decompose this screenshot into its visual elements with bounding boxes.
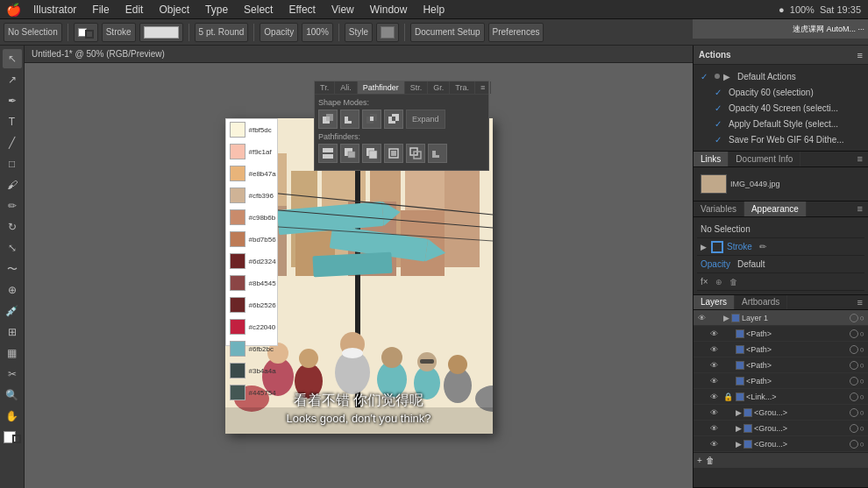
new-layer-button[interactable]: + [697,456,702,465]
mesh-tool[interactable]: ⊞ [3,322,22,342]
canvas[interactable]: #fbf5dc #f9c1af #e8b47a #cfb396 [25,63,693,488]
layer-visibility-2[interactable]: 👁 [708,343,720,356]
gradient-tool[interactable]: ▦ [3,343,22,363]
layer-item-3[interactable]: 👁 <Path> ○ [694,357,868,373]
warp-tool[interactable]: 〜 [3,259,22,279]
links-panel-menu[interactable]: ≡ [852,152,868,166]
menu-file[interactable]: File [85,2,116,18]
layer-target-5[interactable] [850,393,858,401]
menu-window[interactable]: Window [363,2,415,18]
appearance-panel-menu[interactable]: ≡ [852,202,868,216]
pf-tab-tr[interactable]: Tr. [315,81,335,94]
layer-item-4[interactable]: 👁 <Path> ○ [694,373,868,389]
select-tool[interactable]: ↖ [3,49,22,68]
layer-target-8[interactable] [850,440,858,449]
style-box[interactable] [376,23,399,42]
layer-item-5[interactable]: 👁 🔒 <Link...> ○ [694,389,868,405]
layer-item-2[interactable]: 👁 <Path> ○ [694,342,868,357]
stroke-weight[interactable]: 5 pt. Round [195,23,249,42]
swatch-8b4545[interactable] [230,275,245,291]
exclude-icon[interactable] [384,110,403,129]
action-item-4[interactable]: ✓ Save For Web GIF 64 Dithe... [697,131,864,147]
layer-lock-8[interactable] [722,438,734,450]
stroke-expand-icon[interactable]: ▶ [701,243,708,251]
pf-tab-tra[interactable]: Tra. [450,81,475,94]
document-setup-button[interactable]: Document Setup [410,23,485,42]
layer-lock-1[interactable] [722,328,734,340]
stroke-swatch[interactable] [711,241,723,253]
layer-lock-7[interactable] [722,422,734,435]
doc-info-tab[interactable]: Document Info [729,152,800,166]
layer-target-1[interactable] [850,329,858,338]
swatch-e8b47a[interactable] [230,166,245,181]
line-tool[interactable]: ╱ [3,133,22,152]
pf-panel-close[interactable]: ≡ [475,81,491,94]
apple-menu[interactable]: 🍎 [0,3,26,17]
links-tab[interactable]: Links [694,152,729,166]
menu-edit[interactable]: Edit [118,2,151,18]
layer-visibility-6[interactable]: 👁 [708,407,720,419]
appearance-tab[interactable]: Appearance [744,202,807,216]
add-effect-icon[interactable]: f× [701,277,708,286]
menu-object[interactable]: Object [152,2,196,18]
swatch-6b2526[interactable] [230,297,245,313]
scissors-tool[interactable]: ✂ [3,364,22,384]
layer-target-2[interactable] [850,345,858,354]
hand-tool[interactable]: ✋ [3,407,22,426]
layer-expand-7[interactable]: ▶ [736,424,742,433]
layer-item-8[interactable]: 👁 ▶ <Grou...> ○ [694,436,868,452]
swatch-c22040[interactable] [230,319,245,335]
layer-target-0[interactable] [850,314,858,322]
rotate-tool[interactable]: ↻ [3,217,22,237]
divide-icon[interactable] [318,144,338,163]
new-art-icon[interactable]: ⊕ [715,278,722,286]
paintbrush-tool[interactable]: 🖌 [3,175,22,194]
delete-layer-button[interactable]: 🗑 [706,456,715,465]
menu-view[interactable]: View [324,2,361,18]
trash-icon[interactable]: 🗑 [729,278,737,286]
intersect-icon[interactable] [362,110,381,129]
pf-tab-pathfinder[interactable]: Pathfinder [358,81,405,94]
action-item-1[interactable]: ✓ Opacity 60 (selection) [697,84,864,100]
swatch-fbf5dc[interactable] [230,122,245,138]
pf-tab-str[interactable]: Str. [405,81,429,94]
opacity-value[interactable]: 100% [302,23,333,42]
swatch-bd7b56[interactable] [230,231,245,247]
stroke-color-swatch[interactable] [12,435,21,443]
layer-item-6[interactable]: 👁 ▶ <Grou...> ○ [694,405,868,421]
layer-lock-4[interactable] [722,375,734,387]
scale-tool[interactable]: ⤡ [3,238,22,258]
type-tool[interactable]: T [3,112,22,131]
layer-visibility-0[interactable]: 👁 [695,312,708,324]
layer-visibility-4[interactable]: 👁 [708,375,720,387]
trim-icon[interactable] [340,144,359,163]
layer-target-4[interactable] [850,377,858,385]
swatch-3b4a4a[interactable] [230,363,245,378]
actions-panel-menu[interactable]: ≡ [857,50,863,60]
pen-tool[interactable]: ✒ [3,91,22,110]
preferences-button[interactable]: Preferences [488,23,544,42]
menu-illustrator[interactable]: Illustrator [26,2,83,18]
minus-back-icon[interactable] [428,144,447,163]
minus-front-icon[interactable] [340,110,359,129]
direct-select-tool[interactable]: ↗ [3,70,22,89]
stroke-color-box[interactable] [139,23,183,42]
layers-panel-menu[interactable]: ≡ [852,295,868,309]
layer-visibility-5[interactable]: 👁 [708,391,720,403]
layer-target-6[interactable] [850,408,858,417]
layer-visibility-8[interactable]: 👁 [708,438,720,450]
layer-visibility-7[interactable]: 👁 [708,422,720,435]
layer-target-7[interactable] [850,424,858,433]
unite-icon[interactable] [318,110,338,129]
layer-lock-2[interactable] [722,343,734,356]
menu-type[interactable]: Type [198,2,235,18]
zoom-tool[interactable]: 🔍 [3,385,22,405]
menu-help[interactable]: Help [416,2,452,18]
action-item-3[interactable]: ✓ Apply Default Style (select... [697,116,864,131]
layer-target-3[interactable] [850,361,858,370]
pencil-tool[interactable]: ✏ [3,196,22,216]
layer-lock-3[interactable] [722,359,734,371]
crop-icon[interactable] [384,144,403,163]
menu-effect[interactable]: Effect [281,2,322,18]
variables-tab[interactable]: Variables [694,202,744,216]
